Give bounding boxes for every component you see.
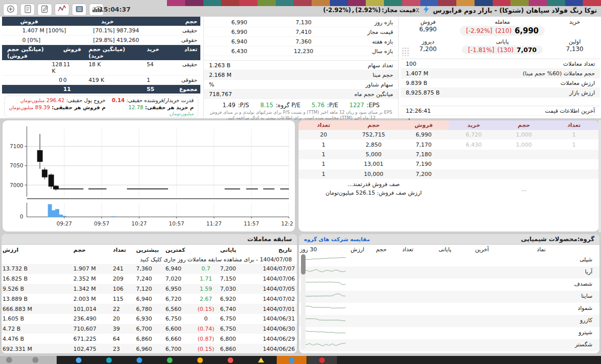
group-scrollbar-thumb[interactable] <box>301 254 306 275</box>
history-col-header: پایانی <box>219 245 250 255</box>
group-ticker-row[interactable]: کازرو <box>299 315 599 327</box>
svg-text:09:57: 09:57 <box>94 220 109 226</box>
ticker-symbol: کازرو <box>534 315 599 327</box>
order-book-row[interactable]: 7,19013,0011 <box>298 159 599 169</box>
ranges-column: بازه روز7,1306,990قیمت مجاز7,4106,990باز… <box>203 17 399 118</box>
eps-ratio: P/E گروه:8.15 <box>260 102 300 109</box>
history-row[interactable]: 1404/07/016,740(0.15)6,5606,78022101,014… <box>2 304 297 314</box>
history-col-header: ارزش <box>2 245 72 255</box>
trade-stat-row: حجم معاملات (60% حجم مبنا)1.407 M <box>401 69 600 78</box>
allowed-price-up: (2.92%) <box>355 7 380 14</box>
edit-button[interactable] <box>37 4 52 16</box>
history-row[interactable]: 1404/06/266,860(0.15)6,7006,96023102,475… <box>2 344 297 354</box>
drag-handle-icon[interactable] <box>402 47 409 56</box>
group-ticker-row[interactable]: شگامرن <box>299 351 599 354</box>
scatter-chart-icon <box>58 5 66 14</box>
add-icon <box>7 5 15 15</box>
taskbar-app-icon[interactable] <box>258 357 264 362</box>
taskbar-app-icon[interactable] <box>106 357 112 363</box>
order-book-row[interactable]: 11,0006,7206,990752,71520 <box>298 130 599 140</box>
range-row: بازه هفته7,3606,940 <box>204 37 398 47</box>
group-ticker-row[interactable]: شگستر <box>299 339 599 351</box>
trade-price: 6,990 <box>514 26 538 35</box>
price-column: خرید معامله فروش 6,990(210)[-2.92%] 6,99… <box>401 17 600 118</box>
compare-group-link[interactable]: مقایسه شرکت های گروه <box>304 236 370 242</box>
trade-change-pct: [-2.92%] <box>466 27 492 34</box>
ticker-symbol: شگامرن <box>534 351 599 354</box>
order-book-row[interactable]: 7,1805,0001 <box>298 150 599 159</box>
eps-ratio: P/S:1.49 <box>223 102 249 109</box>
trade-stat-row: ارزش معاملات9.839 B <box>401 78 600 88</box>
taskbar-app-icon[interactable] <box>6 357 12 363</box>
counts-table-body: حقیقی5418 K11128 Kحقوقی1419 K00 <box>2 60 200 85</box>
history-today-notice[interactable]: 1404/07/08 - برای مشاهده سابقه معاملات ر… <box>2 255 297 264</box>
ticker-sparkline <box>298 315 349 327</box>
first-price: 7,130 <box>552 45 597 56</box>
range-row: قیمت مجاز7,4106,990 <box>204 27 398 37</box>
history-row[interactable]: 1404/07/057,0301.596,9507,1201061.342 M9… <box>2 284 297 294</box>
taskbar-app-icon[interactable] <box>289 357 294 363</box>
yesterday-label: دیروز <box>404 37 452 45</box>
os-taskbar <box>0 356 601 364</box>
taskbar-app-icon[interactable] <box>167 357 173 363</box>
list-button[interactable] <box>72 4 87 16</box>
ticker-symbol: شپلی <box>534 254 599 266</box>
buy-price <box>552 25 597 37</box>
group-ticker-row[interactable]: شپلی <box>299 254 599 266</box>
share-stat-row: سهام شناور% <box>204 80 398 89</box>
taskbar-app-icon[interactable] <box>319 357 325 363</box>
svg-text:0: 0 <box>20 213 23 219</box>
eps-ratio: EPS:1227 <box>350 102 380 109</box>
taskbar-app-icon[interactable] <box>32 357 38 363</box>
taskbar-app-icon[interactable] <box>228 357 233 363</box>
taskbar-app-icon[interactable] <box>76 357 81 363</box>
group-ticker-row[interactable]: شصدف <box>299 279 599 291</box>
group-col-header: تعداد <box>400 245 437 254</box>
volume-table-header: حجم خرید فروش <box>2 17 200 26</box>
trade-stat-row: تعداد معاملات100 <box>401 59 600 69</box>
history-row[interactable]: 1404/07/077,2000.76,9407,3602411.907 M13… <box>2 264 297 274</box>
range-row: بازه روز7,1306,990 <box>204 18 398 27</box>
taskbar-app-icon[interactable] <box>197 357 203 363</box>
add-button[interactable] <box>3 4 18 16</box>
history-row[interactable]: 1404/07/026,9202.676,7206,9401152.003 M1… <box>2 294 297 304</box>
eps-note: EPS بر مبنای سود و زیان 12 ماهه اخیر (TT… <box>204 109 398 121</box>
group-ticker-row[interactable]: شپترو <box>299 327 599 339</box>
trade-label: معامله <box>452 18 552 25</box>
sell-price: 6,990 <box>404 25 452 37</box>
group-body: شپلیآریاشصدفسایناشموادکازروشپتروشگسترشگا… <box>299 254 599 354</box>
counts-row: حقوقی1419 K00 <box>2 76 200 85</box>
totals-row: مجموع 55 11 <box>2 85 200 94</box>
ticker-symbol: شصدف <box>534 279 599 291</box>
history-title: سابقه معاملات <box>247 236 292 243</box>
group-ticker-row[interactable]: آریا <box>299 266 599 279</box>
order-book-row[interactable]: 7,20010,0001 <box>298 169 599 179</box>
eps-ratios: EPS:1227P/E:5.76P/E گروه:8.15P/S:1.49 <box>204 99 398 109</box>
lightning-icon <box>423 6 429 15</box>
quote-info-area: خرید معامله فروش 6,990(210)[-2.92%] 6,99… <box>0 17 601 118</box>
history-row[interactable]: 1404/06/306,750(0.74)6,6006,70039710,607… <box>2 324 297 334</box>
group-ticker-row[interactable]: شمواد <box>299 303 599 315</box>
group-ticker-row[interactable]: ساینا <box>299 291 599 303</box>
ticker-sparkline <box>298 327 349 339</box>
history-row[interactable]: 1404/06/296,800(0.87)6,6606,86064671,225… <box>2 334 297 344</box>
order-book-header: تعداد حجم خرید فروش حجم تعداد <box>298 120 599 130</box>
buyer-power-box: قدرت خریدار/فروشنده حقیقی: 0.14 خروج پول… <box>4 96 198 118</box>
right-scrollbar[interactable] <box>598 120 601 232</box>
history-row[interactable]: 1404/07/067,1501.717,0207,2402092.352 M1… <box>2 274 297 284</box>
intraday-candlestick-chart: 09:2709:5710:2710:5711:2711:5712:2770007… <box>4 123 293 230</box>
history-row[interactable]: 1404/06/316,75006,7506,93020236,4901.605… <box>2 314 297 324</box>
ticker-sparkline <box>298 351 349 354</box>
volume-table-body: حقیقی987,394 [70.1%]1.407 M [100%]حقوقی4… <box>2 26 200 45</box>
order-book-row[interactable]: 11,0006,4307,1702,8501 <box>298 140 599 149</box>
svg-text:09:27: 09:27 <box>57 220 72 226</box>
notes-button[interactable] <box>20 4 35 16</box>
share-stat-row: تعداد سهام1.263 B <box>204 61 398 70</box>
counts-table-header: تعداد خرید (میانگین حجم خرید) فروش (میان… <box>2 45 200 60</box>
scatter-chart-button[interactable] <box>55 4 69 16</box>
group-scrollbar[interactable] <box>301 254 306 349</box>
trade-price-group: 6,990(210)[-2.92%] <box>452 25 552 37</box>
taskbar-left <box>0 356 57 364</box>
order-book-body: 11,0006,7206,990752,7152011,0006,4307,17… <box>298 130 599 179</box>
taskbar-app-icon[interactable] <box>137 357 142 363</box>
